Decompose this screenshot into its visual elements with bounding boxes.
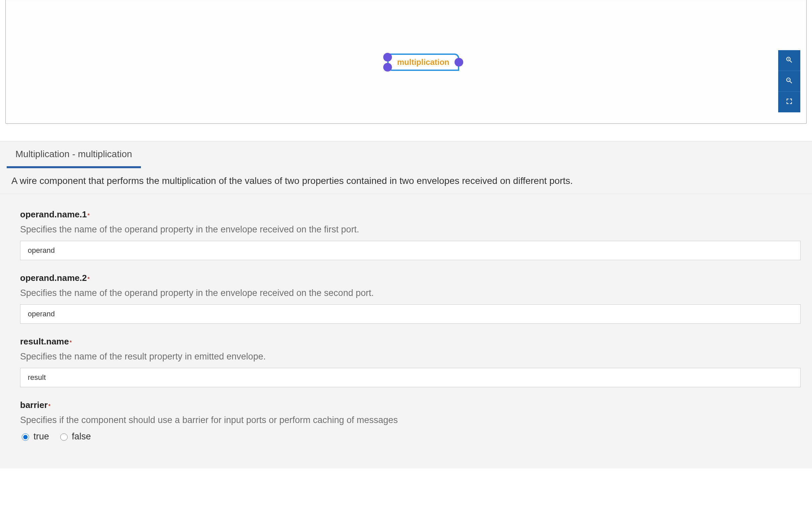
wire-graph-canvas[interactable]: multiplication xyxy=(5,0,807,124)
operand-name-2-input[interactable] xyxy=(20,304,801,324)
barrier-radio-group: true false xyxy=(20,431,801,442)
field-description: Specifies the name of the operand proper… xyxy=(20,224,801,235)
barrier-radio-false-label[interactable]: false xyxy=(59,431,91,442)
required-marker: * xyxy=(69,340,71,345)
required-marker: * xyxy=(48,403,50,409)
field-operand-name-2: operand.name.2* Specifies the name of th… xyxy=(20,273,801,324)
required-marker: * xyxy=(87,213,89,218)
required-marker: * xyxy=(87,276,89,282)
wire-node-multiplication[interactable]: multiplication xyxy=(381,54,466,71)
expand-icon xyxy=(785,97,793,107)
zoom-in-icon xyxy=(785,56,793,65)
zoom-fit-button[interactable] xyxy=(778,92,800,112)
field-label: operand.name.1 xyxy=(20,209,87,219)
config-tab-bar: Multiplication - multiplication xyxy=(0,142,812,168)
zoom-out-button[interactable] xyxy=(778,71,800,92)
field-description: Specifies if the component should use a … xyxy=(20,415,801,425)
zoom-out-icon xyxy=(785,77,793,86)
config-tab-active[interactable]: Multiplication - multiplication xyxy=(7,142,141,168)
config-form: operand.name.1* Specifies the name of th… xyxy=(0,194,812,442)
component-description: A wire component that performs the multi… xyxy=(0,168,812,194)
wire-node-output-port[interactable] xyxy=(455,58,463,66)
result-name-input[interactable] xyxy=(20,368,801,387)
wire-node-label: multiplication xyxy=(397,58,450,67)
field-label: barrier xyxy=(20,400,48,410)
zoom-in-button[interactable] xyxy=(778,50,800,71)
field-operand-name-1: operand.name.1* Specifies the name of th… xyxy=(20,209,801,260)
zoom-controls xyxy=(778,50,800,112)
wire-node-input-port-1[interactable] xyxy=(383,53,392,62)
field-result-name: result.name* Specifies the name of the r… xyxy=(20,336,801,387)
radio-option-text: true xyxy=(33,431,49,442)
field-label: operand.name.2 xyxy=(20,273,87,283)
field-description: Specifies the name of the operand proper… xyxy=(20,288,801,298)
barrier-radio-false[interactable] xyxy=(60,433,68,441)
barrier-radio-true-label[interactable]: true xyxy=(20,431,49,442)
wire-node-input-port-2[interactable] xyxy=(383,63,392,71)
field-barrier: barrier* Specifies if the component shou… xyxy=(20,400,801,442)
barrier-radio-true[interactable] xyxy=(22,433,29,441)
field-description: Specifies the name of the result propert… xyxy=(20,352,801,362)
operand-name-1-input[interactable] xyxy=(20,241,801,260)
radio-option-text: false xyxy=(72,431,91,442)
component-config-panel: Multiplication - multiplication A wire c… xyxy=(0,141,812,468)
wire-node-body[interactable]: multiplication xyxy=(387,54,459,71)
field-label: result.name xyxy=(20,336,69,346)
